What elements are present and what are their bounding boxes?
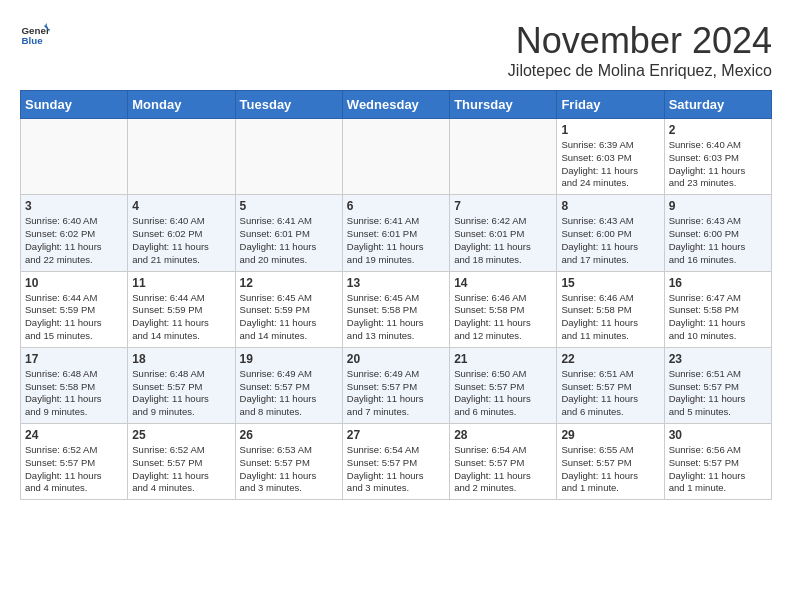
day-info: Sunrise: 6:54 AM Sunset: 5:57 PM Dayligh… [454,444,552,495]
col-header-friday: Friday [557,91,664,119]
calendar-day: 5Sunrise: 6:41 AM Sunset: 6:01 PM Daylig… [235,195,342,271]
header: General Blue November 2024 Jilotepec de … [20,20,772,80]
day-info: Sunrise: 6:55 AM Sunset: 5:57 PM Dayligh… [561,444,659,495]
calendar-week-row: 3Sunrise: 6:40 AM Sunset: 6:02 PM Daylig… [21,195,772,271]
day-info: Sunrise: 6:40 AM Sunset: 6:03 PM Dayligh… [669,139,767,190]
day-info: Sunrise: 6:43 AM Sunset: 6:00 PM Dayligh… [669,215,767,266]
day-number: 16 [669,276,767,290]
day-number: 8 [561,199,659,213]
location: Jilotepec de Molina Enriquez, Mexico [508,62,772,80]
day-number: 12 [240,276,338,290]
calendar-day: 13Sunrise: 6:45 AM Sunset: 5:58 PM Dayli… [342,271,449,347]
calendar-day: 2Sunrise: 6:40 AM Sunset: 6:03 PM Daylig… [664,119,771,195]
calendar-day: 24Sunrise: 6:52 AM Sunset: 5:57 PM Dayli… [21,424,128,500]
day-number: 3 [25,199,123,213]
day-number: 22 [561,352,659,366]
day-info: Sunrise: 6:52 AM Sunset: 5:57 PM Dayligh… [25,444,123,495]
col-header-monday: Monday [128,91,235,119]
col-header-saturday: Saturday [664,91,771,119]
calendar-day: 12Sunrise: 6:45 AM Sunset: 5:59 PM Dayli… [235,271,342,347]
calendar-day: 22Sunrise: 6:51 AM Sunset: 5:57 PM Dayli… [557,347,664,423]
day-number: 2 [669,123,767,137]
day-info: Sunrise: 6:46 AM Sunset: 5:58 PM Dayligh… [561,292,659,343]
day-number: 11 [132,276,230,290]
calendar-week-row: 1Sunrise: 6:39 AM Sunset: 6:03 PM Daylig… [21,119,772,195]
col-header-sunday: Sunday [21,91,128,119]
day-info: Sunrise: 6:41 AM Sunset: 6:01 PM Dayligh… [240,215,338,266]
day-number: 15 [561,276,659,290]
col-header-thursday: Thursday [450,91,557,119]
calendar-day: 16Sunrise: 6:47 AM Sunset: 5:58 PM Dayli… [664,271,771,347]
day-number: 29 [561,428,659,442]
calendar-day: 20Sunrise: 6:49 AM Sunset: 5:57 PM Dayli… [342,347,449,423]
logo-icon: General Blue [20,20,50,50]
day-info: Sunrise: 6:45 AM Sunset: 5:59 PM Dayligh… [240,292,338,343]
day-info: Sunrise: 6:44 AM Sunset: 5:59 PM Dayligh… [132,292,230,343]
day-info: Sunrise: 6:41 AM Sunset: 6:01 PM Dayligh… [347,215,445,266]
day-number: 23 [669,352,767,366]
day-number: 1 [561,123,659,137]
calendar-week-row: 10Sunrise: 6:44 AM Sunset: 5:59 PM Dayli… [21,271,772,347]
day-info: Sunrise: 6:52 AM Sunset: 5:57 PM Dayligh… [132,444,230,495]
calendar-day [235,119,342,195]
day-number: 21 [454,352,552,366]
calendar-day: 10Sunrise: 6:44 AM Sunset: 5:59 PM Dayli… [21,271,128,347]
day-info: Sunrise: 6:51 AM Sunset: 5:57 PM Dayligh… [561,368,659,419]
day-number: 4 [132,199,230,213]
month-title: November 2024 [508,20,772,62]
day-info: Sunrise: 6:45 AM Sunset: 5:58 PM Dayligh… [347,292,445,343]
calendar-day [128,119,235,195]
day-number: 24 [25,428,123,442]
day-info: Sunrise: 6:49 AM Sunset: 5:57 PM Dayligh… [347,368,445,419]
day-number: 5 [240,199,338,213]
day-number: 20 [347,352,445,366]
svg-text:Blue: Blue [22,35,44,46]
day-number: 30 [669,428,767,442]
calendar-day: 3Sunrise: 6:40 AM Sunset: 6:02 PM Daylig… [21,195,128,271]
day-number: 7 [454,199,552,213]
day-number: 28 [454,428,552,442]
calendar-week-row: 17Sunrise: 6:48 AM Sunset: 5:58 PM Dayli… [21,347,772,423]
calendar-header-row: SundayMondayTuesdayWednesdayThursdayFrid… [21,91,772,119]
calendar-day: 8Sunrise: 6:43 AM Sunset: 6:00 PM Daylig… [557,195,664,271]
col-header-wednesday: Wednesday [342,91,449,119]
day-number: 18 [132,352,230,366]
day-number: 10 [25,276,123,290]
calendar-day: 11Sunrise: 6:44 AM Sunset: 5:59 PM Dayli… [128,271,235,347]
calendar-day: 21Sunrise: 6:50 AM Sunset: 5:57 PM Dayli… [450,347,557,423]
calendar-day: 26Sunrise: 6:53 AM Sunset: 5:57 PM Dayli… [235,424,342,500]
day-info: Sunrise: 6:40 AM Sunset: 6:02 PM Dayligh… [25,215,123,266]
calendar-day: 18Sunrise: 6:48 AM Sunset: 5:57 PM Dayli… [128,347,235,423]
day-info: Sunrise: 6:49 AM Sunset: 5:57 PM Dayligh… [240,368,338,419]
day-info: Sunrise: 6:43 AM Sunset: 6:00 PM Dayligh… [561,215,659,266]
day-info: Sunrise: 6:48 AM Sunset: 5:58 PM Dayligh… [25,368,123,419]
day-number: 9 [669,199,767,213]
calendar-day: 17Sunrise: 6:48 AM Sunset: 5:58 PM Dayli… [21,347,128,423]
calendar-day: 4Sunrise: 6:40 AM Sunset: 6:02 PM Daylig… [128,195,235,271]
calendar-day [21,119,128,195]
calendar-day: 1Sunrise: 6:39 AM Sunset: 6:03 PM Daylig… [557,119,664,195]
day-number: 25 [132,428,230,442]
day-info: Sunrise: 6:56 AM Sunset: 5:57 PM Dayligh… [669,444,767,495]
day-info: Sunrise: 6:42 AM Sunset: 6:01 PM Dayligh… [454,215,552,266]
calendar-day: 25Sunrise: 6:52 AM Sunset: 5:57 PM Dayli… [128,424,235,500]
calendar-table: SundayMondayTuesdayWednesdayThursdayFrid… [20,90,772,500]
day-info: Sunrise: 6:46 AM Sunset: 5:58 PM Dayligh… [454,292,552,343]
calendar-day: 30Sunrise: 6:56 AM Sunset: 5:57 PM Dayli… [664,424,771,500]
day-number: 13 [347,276,445,290]
calendar-day: 15Sunrise: 6:46 AM Sunset: 5:58 PM Dayli… [557,271,664,347]
day-info: Sunrise: 6:47 AM Sunset: 5:58 PM Dayligh… [669,292,767,343]
day-info: Sunrise: 6:48 AM Sunset: 5:57 PM Dayligh… [132,368,230,419]
day-info: Sunrise: 6:54 AM Sunset: 5:57 PM Dayligh… [347,444,445,495]
day-number: 26 [240,428,338,442]
day-number: 6 [347,199,445,213]
calendar-day [450,119,557,195]
col-header-tuesday: Tuesday [235,91,342,119]
calendar-week-row: 24Sunrise: 6:52 AM Sunset: 5:57 PM Dayli… [21,424,772,500]
calendar-day: 6Sunrise: 6:41 AM Sunset: 6:01 PM Daylig… [342,195,449,271]
day-info: Sunrise: 6:39 AM Sunset: 6:03 PM Dayligh… [561,139,659,190]
day-info: Sunrise: 6:44 AM Sunset: 5:59 PM Dayligh… [25,292,123,343]
title-block: November 2024 Jilotepec de Molina Enriqu… [508,20,772,80]
calendar-day: 27Sunrise: 6:54 AM Sunset: 5:57 PM Dayli… [342,424,449,500]
day-info: Sunrise: 6:51 AM Sunset: 5:57 PM Dayligh… [669,368,767,419]
